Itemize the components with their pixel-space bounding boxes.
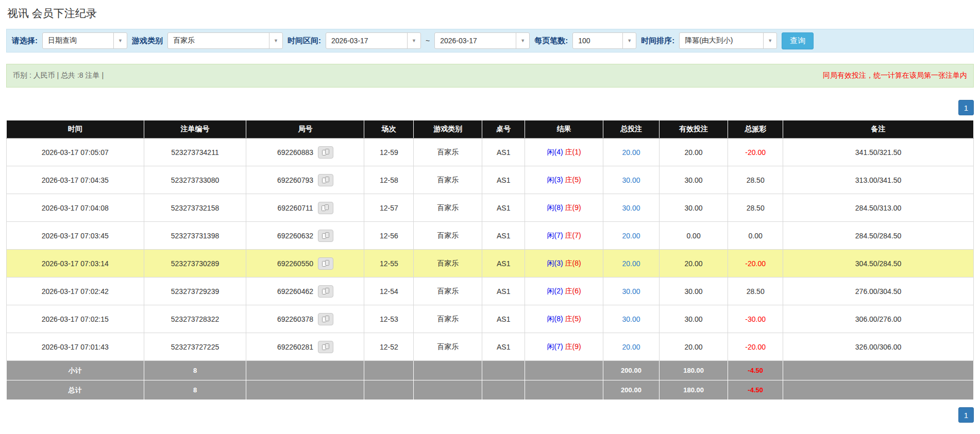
cell-table-no: AS1 [482,194,525,222]
cell-table-no: AS1 [482,166,525,194]
view-cards-icon[interactable] [318,313,333,325]
page-button[interactable]: 1 [958,100,974,115]
total-label: 总计 [7,380,144,400]
cell-bet-id: 523273733080 [144,166,246,194]
notice-text: 同局有效投注，统一计算在该局第一张注单内 [823,71,967,80]
cell-remark: 313.00/341.50 [783,166,974,194]
cell-game-type: 百家乐 [414,333,482,361]
col-header-game-type: 游戏类别 [414,120,482,138]
summary-text: 币别 : 人民币 | 总共 :8 注单 | [13,71,104,80]
cell-total-bet: 30.00 [603,166,660,194]
cell-payout: -20.00 [728,250,783,277]
view-cards-icon[interactable] [318,146,333,159]
search-button[interactable]: 查询 [782,32,814,49]
cell-bet-id: 523273727225 [144,333,246,361]
view-cards-icon[interactable] [318,174,333,186]
cell-game-type: 百家乐 [414,194,482,222]
cell-total-bet: 20.00 [603,250,660,277]
cell-total-bet: 20.00 [603,333,660,361]
view-cards-icon[interactable] [318,257,333,270]
view-cards-icon[interactable] [318,341,333,353]
cell-time: 2026-03-17 07:05:07 [7,138,144,166]
date-to-input[interactable]: 2026-03-17 ▼ [434,32,530,49]
cell-valid-bet: 30.00 [659,194,728,222]
cell-table-no: AS1 [482,138,525,166]
cell-total-bet: 20.00 [603,222,660,250]
total-bet-link[interactable]: 30.00 [622,287,640,296]
total-bet-link[interactable]: 20.00 [622,343,640,351]
cell-remark: 341.50/321.50 [783,138,974,166]
cell-time: 2026-03-17 07:02:15 [7,305,144,333]
view-cards-icon[interactable] [318,202,333,214]
result-banker: 庄(5) [565,176,581,184]
col-header-table-no: 桌号 [482,120,525,138]
cell-valid-bet: 30.00 [659,277,728,305]
sort-select[interactable]: 降冪(由大到小) ▼ [679,32,777,49]
total-bet-link[interactable]: 20.00 [622,148,640,157]
cell-game-type: 百家乐 [414,250,482,277]
cell-result: 闲(3) 庄(5) [525,166,603,194]
page-button[interactable]: 1 [958,407,974,423]
cell-bet-id: 523273729239 [144,277,246,305]
cell-session: 12-57 [364,194,414,222]
chevron-down-icon: ▼ [113,33,127,48]
chevron-down-icon: ▼ [763,33,776,48]
cell-payout: -20.00 [728,333,783,361]
cell-session: 12-58 [364,166,414,194]
cell-valid-bet: 30.00 [659,305,728,333]
cell-game-type: 百家乐 [414,138,482,166]
cell-remark: 284.50/313.00 [783,194,974,222]
cell-result: 闲(7) 庄(7) [525,222,603,250]
date-to-value: 2026-03-17 [435,33,516,48]
date-from-input[interactable]: 2026-03-17 ▼ [326,32,421,49]
cell-valid-bet: 20.00 [659,250,728,277]
cell-result: 闲(3) 庄(8) [525,250,603,277]
result-banker: 庄(9) [565,342,581,351]
total-valid-bet: 180.00 [659,380,728,400]
cell-payout: 28.50 [728,166,783,194]
cell-bet-id: 523273732158 [144,194,246,222]
total-payout: -4.50 [728,380,783,400]
date-from-value: 2026-03-17 [326,33,407,48]
cell-round: 692260793 [246,166,364,194]
result-banker: 庄(7) [565,231,581,239]
table-row: 2026-03-17 07:04:08523273732158692260711… [7,194,974,222]
table-header-row: 时间 注单编号 局号 场次 游戏类别 桌号 结果 总投注 有效投注 总派彩 备注 [7,120,974,138]
subtotal-count: 8 [144,361,246,380]
page-title: 视讯 会员下注纪录 [7,6,974,21]
cell-table-no: AS1 [482,305,525,333]
table-row: 2026-03-17 07:05:07523273734211692260883… [7,138,974,166]
round-number: 692260462 [277,287,313,296]
result-banker: 庄(1) [565,148,581,156]
total-bet-link[interactable]: 20.00 [622,259,640,268]
table-row: 2026-03-17 07:04:35523273733080692260793… [7,166,974,194]
cell-remark: 304.50/284.50 [783,250,974,277]
cell-game-type: 百家乐 [414,277,482,305]
records-table: 时间 注单编号 局号 场次 游戏类别 桌号 结果 总投注 有效投注 总派彩 备注… [6,120,974,400]
total-total-bet: 200.00 [603,380,660,400]
cell-total-bet: 20.00 [603,138,660,166]
summary-cell [482,380,525,400]
view-cards-icon[interactable] [318,230,333,242]
result-banker: 庄(5) [565,315,581,323]
summary-cell [364,380,414,400]
total-bet-link[interactable]: 30.00 [622,315,640,323]
query-type-select[interactable]: 日期查询 ▼ [42,32,127,49]
cell-remark: 326.00/306.00 [783,333,974,361]
game-type-select[interactable]: 百家乐 ▼ [167,32,283,49]
cell-payout: 28.50 [728,277,783,305]
view-cards-icon[interactable] [318,285,333,298]
result-player: 闲(3) [547,259,563,267]
result-player: 闲(7) [547,231,563,239]
cell-game-type: 百家乐 [414,166,482,194]
total-bet-link[interactable]: 30.00 [622,204,640,212]
total-bet-link[interactable]: 30.00 [622,176,640,184]
cell-valid-bet: 30.00 [659,166,728,194]
table-row: 2026-03-17 07:02:15523273728322692260378… [7,305,974,333]
chevron-down-icon: ▼ [622,33,636,48]
page-size-select[interactable]: 100 ▼ [572,32,636,49]
summary-cell [364,361,414,380]
page-size-value: 100 [573,33,622,48]
cell-valid-bet: 20.00 [659,138,728,166]
total-bet-link[interactable]: 20.00 [622,232,640,240]
